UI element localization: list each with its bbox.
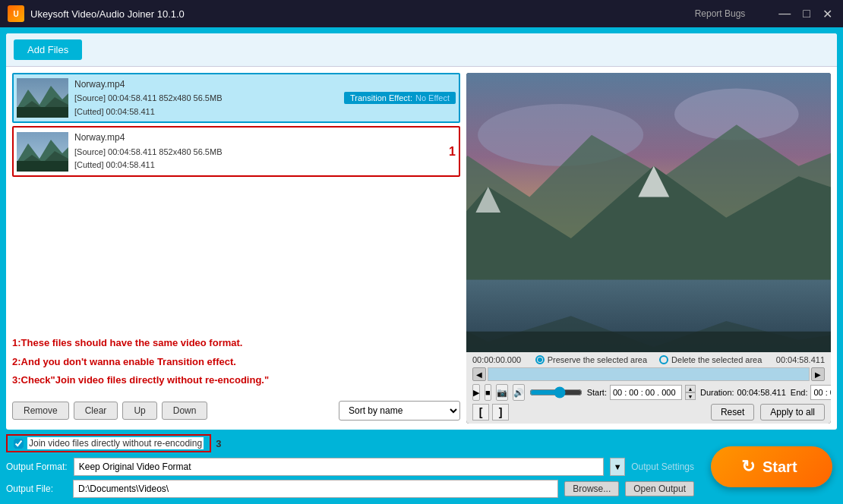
add-files-button[interactable]: Add Files	[14, 39, 82, 60]
start-label: Start	[762, 458, 797, 476]
up-button[interactable]: Up	[122, 402, 156, 420]
svg-rect-3	[17, 107, 68, 118]
start-icon: ↻	[741, 457, 755, 477]
delete-radio-dot	[659, 355, 668, 364]
remove-button[interactable]: Remove	[12, 402, 69, 420]
right-panel: 00:00:00.000 Preserve the selected area …	[466, 73, 831, 424]
start-time-input[interactable]	[610, 385, 682, 400]
sort-select[interactable]: Sort by name Sort by date Sort by size	[339, 401, 460, 421]
volume-slider[interactable]	[529, 386, 583, 398]
down-button[interactable]: Down	[162, 402, 208, 420]
start-time-spinners: ▲ ▼	[685, 385, 696, 400]
source-info-1: [Source] 00:04:58.411 852x480 56.5MB	[74, 92, 344, 106]
item-number-2: 1	[449, 145, 456, 159]
warning-line-2: 2:And you don't wanna enable Transition …	[12, 353, 460, 372]
bracket-left-button[interactable]: [	[472, 404, 489, 421]
main-panel: Add Files	[6, 33, 837, 430]
bottom-buttons: Remove Clear Up Down Sort by name Sort b…	[12, 398, 460, 424]
file-thumbnail-2	[17, 132, 68, 172]
filename-1: Norway.mp4	[74, 77, 344, 92]
preserve-label: Preserve the selected area	[548, 355, 647, 364]
stop-button[interactable]: ■	[485, 384, 491, 401]
transition-badge-1[interactable]: Transition Effect: No Effect	[344, 92, 456, 104]
clear-button[interactable]: Clear	[74, 402, 118, 420]
transition-label: Transition Effect:	[350, 93, 412, 102]
start-time-group: Start: ▲ ▼	[587, 385, 696, 400]
bracket-right-button[interactable]: ]	[492, 404, 509, 421]
app-title: Ukeysoft Video/Audio Joiner 10.1.0	[30, 8, 185, 20]
app-logo: U	[8, 5, 24, 22]
file-info-2: Norway.mp4 [Source] 00:04:58.411 852x480…	[74, 131, 456, 172]
preserve-radio-dot	[535, 355, 545, 364]
end-time-group: End: ▲ ▼	[791, 385, 831, 400]
warning-line-3: 3:Check"Join video files directly withou…	[12, 371, 460, 390]
duration-group: Duration: 00:04:58.411	[700, 388, 786, 397]
output-format-input[interactable]	[74, 458, 605, 476]
timeline-left-arrow[interactable]: ◀	[472, 367, 486, 381]
svg-rect-7	[17, 161, 68, 172]
timeline-track[interactable]	[488, 367, 810, 381]
content-area: Norway.mp4 [Source] 00:04:58.411 852x480…	[6, 67, 837, 430]
bracket-row: [ ] Reset Apply to all	[472, 404, 825, 421]
minimize-button[interactable]: —	[775, 7, 794, 20]
file-info-1: Norway.mp4 [Source] 00:04:58.411 852x480…	[74, 77, 344, 118]
reset-button[interactable]: Reset	[711, 404, 754, 421]
file-list: Norway.mp4 [Source] 00:04:58.411 852x480…	[12, 73, 460, 326]
time-start-display: 00:00:00.000	[472, 355, 521, 364]
close-button[interactable]: ✕	[819, 7, 835, 21]
file-item-2[interactable]: Norway.mp4 [Source] 00:04:58.411 852x480…	[12, 126, 460, 176]
timeline-row: ◀ ▶	[472, 367, 825, 381]
cut-info-1: [Cutted] 00:04:58.411	[74, 106, 344, 119]
volume-button[interactable]: 🔊	[513, 384, 525, 401]
radio-group: Preserve the selected area Delete the se…	[535, 355, 762, 364]
preserve-radio[interactable]: Preserve the selected area	[535, 355, 647, 364]
play-button[interactable]: ▶	[472, 384, 480, 401]
titlebar: U Ukeysoft Video/Audio Joiner 10.1.0 Rep…	[0, 0, 843, 27]
controls-area: 00:00:00.000 Preserve the selected area …	[466, 352, 831, 424]
end-time-input[interactable]	[810, 385, 831, 400]
timeline-right-arrow[interactable]: ▶	[811, 367, 825, 381]
delete-radio[interactable]: Delete the selected area	[659, 355, 762, 364]
transport-row: ▶ ■ 📷 🔊 Start: ▲ ▼	[472, 384, 825, 401]
video-preview	[466, 73, 831, 352]
panel-toolbar: Add Files	[6, 33, 837, 67]
start-section: ↻ Start	[711, 446, 832, 487]
file-thumbnail-1	[17, 78, 68, 118]
output-file-label: Output File:	[6, 484, 67, 494]
report-bugs-link[interactable]: Report Bugs	[695, 8, 746, 19]
snapshot-button[interactable]: 📷	[496, 384, 508, 401]
join-step-number: 3	[216, 438, 221, 449]
delete-label: Delete the selected area	[671, 355, 762, 364]
cut-info-2: [Cutted] 00:04:58.411	[74, 159, 456, 172]
file-item-1[interactable]: Norway.mp4 [Source] 00:04:58.411 852x480…	[12, 73, 460, 123]
output-settings-button[interactable]: Output Settings	[631, 461, 694, 472]
maximize-button[interactable]: □	[800, 7, 813, 20]
open-output-button[interactable]: Open Output	[625, 481, 694, 496]
transition-value: No Effect	[415, 93, 450, 102]
warning-area: 1:These files should have the same video…	[12, 331, 460, 393]
browse-button[interactable]: Browse...	[564, 481, 619, 496]
duration-label: Duration:	[700, 388, 734, 397]
start-time-up[interactable]: ▲	[685, 385, 696, 392]
start-button[interactable]: ↻ Start	[711, 446, 832, 487]
end-label: End:	[791, 388, 808, 397]
time-end-display: 00:04:58.411	[776, 355, 825, 364]
apply-to-all-button[interactable]: Apply to all	[760, 404, 825, 421]
time-row: 00:00:00.000 Preserve the selected area …	[472, 355, 825, 364]
left-panel: Norway.mp4 [Source] 00:04:58.411 852x480…	[12, 73, 460, 424]
item-number-1: 2	[449, 91, 456, 105]
filename-2: Norway.mp4	[74, 131, 456, 145]
join-checkbox-label: Join video files directly without re-enc…	[27, 437, 204, 449]
source-info-2: [Source] 00:04:58.411 852x480 56.5MB	[74, 146, 456, 159]
timeline-fill	[488, 368, 809, 380]
start-time-down[interactable]: ▼	[685, 392, 696, 400]
warning-line-1: 1:These files should have the same video…	[12, 334, 460, 353]
join-checkbox-container: Join video files directly without re-enc…	[6, 434, 211, 452]
format-scroll-button[interactable]: ▼	[610, 458, 625, 476]
start-label: Start:	[587, 388, 607, 397]
duration-value: 00:04:58.411	[737, 388, 786, 397]
join-checkbox[interactable]	[14, 439, 24, 449]
svg-rect-17	[466, 332, 831, 352]
output-format-label: Output Format:	[6, 461, 68, 472]
output-file-input[interactable]	[73, 480, 558, 498]
